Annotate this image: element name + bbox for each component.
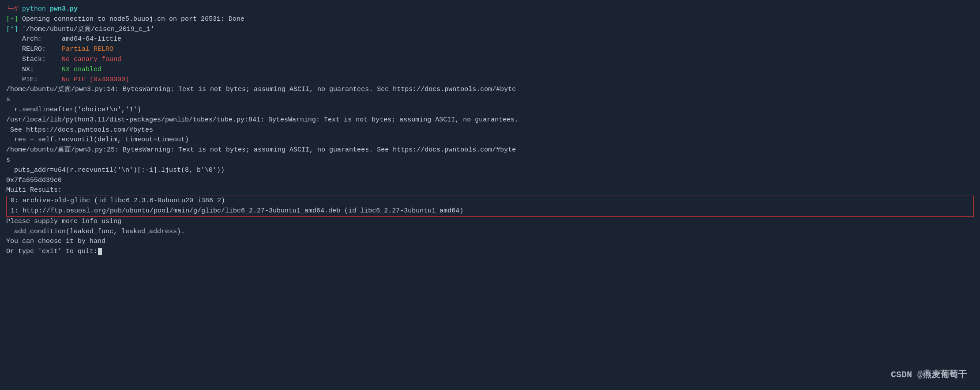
bytes-warning-2b: See https://docs.pwntools.com/#bytes [6,125,974,136]
hash-char: # [14,5,18,13]
nx-line: NX: NX enabled [6,65,974,75]
python-keyword: python [22,5,46,13]
sendlineafter-line: r.sendlineafter('choice!\n','1') [6,105,974,115]
terminal-window: └─# python pwn3.py [+] Opening connectio… [0,0,980,390]
add-condition-line: add_condition(leaked_func, leaked_addres… [6,227,974,237]
arch-line: Arch: amd64-64-little [6,34,974,45]
bytes-warning-2: /usr/local/lib/python3.11/dist-packages/… [6,115,974,125]
supply-line: Please supply more info using [6,217,974,227]
relro-line: RELRO: Partial RELRO [6,45,974,55]
multi-results-header: Multi Results: [6,186,974,196]
bytes-warning-1b: s [6,95,974,105]
result-1: 1: http://ftp.osuosl.org/pub/ubuntu/pool… [7,206,973,216]
terminal-cursor [98,248,102,255]
recvuntil-line: res = self.recvuntil(delim, timeout=time… [6,135,974,145]
script-name: pwn3.py [50,5,78,13]
boxed-results: 0: archive-old-glibc (id libc6_2.3.6-0ub… [6,196,974,217]
binary-path-line: [*] '/home/ubuntu/桌面/ciscn_2019_c_1' [6,25,974,35]
hash-symbol: └─ [6,5,14,13]
address-value: 0x7fa655dd39c0 [6,176,974,186]
watermark: CSDN @燕麦葡萄干 [891,367,967,382]
result-0: 0: archive-old-glibc (id libc6_2.3.6-0ub… [7,196,973,206]
bytes-warning-1: /home/ubuntu/桌面/pwn3.py:14: BytesWarning… [6,85,974,95]
prompt-line: └─# python pwn3.py [6,4,974,15]
choose-line: You can choose it by hand [6,237,974,247]
stack-line: Stack: No canary found [6,55,974,65]
puts-addr-line: puts_addr=u64(r.recvuntil('\n')[:-1].lju… [6,166,974,176]
watermark-text: CSDN @燕麦葡萄干 [891,370,967,380]
connection-line: [+] Opening connection to node5.buuoj.cn… [6,15,974,25]
bytes-warning-3: /home/ubuntu/桌面/pwn3.py:25: BytesWarning… [6,145,974,155]
exit-line: Or type 'exit' to quit: [6,247,974,257]
pie-line: PIE: No PIE (0x400000) [6,75,974,85]
bytes-warning-3b: s [6,155,974,166]
